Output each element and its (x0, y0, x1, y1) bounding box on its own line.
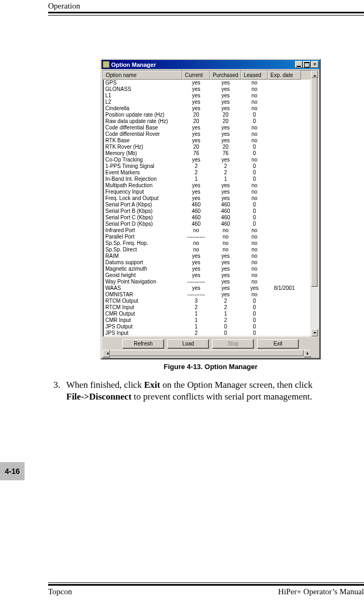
table-row[interactable]: In-Band Int. Rejection110 (103, 176, 311, 182)
figure-caption: Figure 4-13. Option Manager (100, 363, 321, 371)
table-cell: yes (182, 195, 210, 202)
exit-button[interactable]: Exit (257, 339, 299, 349)
vertical-scrollbar[interactable] (311, 71, 318, 336)
load-button[interactable]: Load (167, 339, 209, 349)
table-row[interactable]: Serial Port A (Kbps)4604600 (103, 202, 311, 208)
table-row[interactable]: Serial Port B (Kbps)4604600 (103, 208, 311, 214)
maximize-button[interactable] (303, 61, 311, 68)
table-cell (268, 214, 301, 221)
table-row[interactable]: JPS Input200 (103, 330, 311, 336)
close-button[interactable]: × (311, 61, 319, 68)
table-row[interactable]: L2yesyesno (103, 99, 311, 105)
table-cell (268, 221, 301, 227)
col-exp-date[interactable]: Exp. date (268, 71, 301, 80)
table-row[interactable]: Cinderellayesyesno (103, 105, 311, 112)
table-row[interactable]: Memory (Mb)76760 (103, 150, 311, 157)
listview-header[interactable]: Option name Current Purchased Leased Exp… (103, 71, 311, 80)
table-cell: JPS Output (103, 324, 182, 330)
table-row[interactable]: RTCM Output320 (103, 298, 311, 304)
table-cell: yes (210, 195, 241, 202)
table-row[interactable]: Serial Port C (Kbps)4604600 (103, 214, 311, 221)
hscroll-track[interactable] (110, 350, 304, 357)
table-row[interactable]: Serial Port D (Kbps)4604600 (103, 221, 311, 227)
table-row[interactable]: Freq. Lock and Outputyesyesno (103, 195, 311, 202)
table-cell: yes (210, 131, 241, 137)
table-cell: no (241, 189, 268, 195)
table-row[interactable]: Position update rate (Hz)20200 (103, 112, 311, 118)
col-option-name[interactable]: Option name (103, 71, 182, 80)
table-row[interactable]: RAIMyesyesno (103, 253, 311, 259)
table-cell: yes (182, 105, 210, 112)
titlebar[interactable]: Option Manager × (102, 60, 320, 69)
horizontal-scrollbar[interactable] (103, 350, 311, 357)
refresh-button[interactable]: Refresh (122, 339, 164, 349)
table-row[interactable]: L1yesyesno (103, 93, 311, 99)
table-row[interactable]: Raw data update rate (Hz)20200 (103, 118, 311, 125)
table-row[interactable]: GPSyesyesno (103, 80, 311, 86)
table-row[interactable]: Magnetic azimuthyesyesno (103, 266, 311, 272)
table-cell: RTK Base (103, 137, 182, 144)
table-row[interactable]: RTCM Input220 (103, 304, 311, 311)
table-cell: no (241, 157, 268, 163)
col-purchased[interactable]: Purchased (210, 71, 241, 80)
table-cell: 0 (241, 144, 268, 150)
table-cell (268, 247, 301, 253)
table-row[interactable]: Co-Op Trackingyesyesno (103, 157, 311, 163)
table-row[interactable]: CMR Output110 (103, 311, 311, 317)
table-cell: no (241, 247, 268, 253)
table-cell: no (210, 247, 241, 253)
table-cell (268, 298, 301, 304)
table-row[interactable]: GLONASSyesyesno (103, 86, 311, 93)
col-current[interactable]: Current (182, 71, 210, 80)
scroll-down-button[interactable] (311, 329, 318, 336)
table-row[interactable]: Geoid heightyesyesno (103, 272, 311, 279)
table-cell: yes (182, 259, 210, 266)
table-row[interactable]: 1-PPS Timing Signal220 (103, 163, 311, 170)
table-row[interactable]: Way Point Navigation----------yesno (103, 279, 311, 285)
scroll-track[interactable] (311, 78, 318, 329)
table-row[interactable]: Frequency Inputyesyesno (103, 189, 311, 195)
table-cell: no (241, 131, 268, 137)
option-manager-dialog: Option Manager × Option name Current Pur… (100, 59, 321, 359)
table-cell: no (241, 234, 268, 240)
table-row[interactable]: Sp.Sp. Freq. Hop.nonono (103, 240, 311, 247)
table-cell: yes (210, 285, 241, 292)
table-row[interactable]: JPS Output100 (103, 324, 311, 330)
table-row[interactable]: OMNISTAR----------yesno (103, 292, 311, 298)
table-cell: yes (210, 279, 241, 285)
table-row[interactable]: Event Markers220 (103, 170, 311, 176)
table-cell: 1 (210, 176, 241, 182)
table-row[interactable]: Parallel Port----------nono (103, 234, 311, 240)
stop-button[interactable]: Stop (212, 339, 254, 349)
scroll-up-button[interactable] (311, 71, 318, 78)
table-row[interactable]: RTK Baseyesyesno (103, 137, 311, 144)
hscroll-thumb[interactable] (110, 350, 304, 356)
page-number-tab: 4-16 (0, 462, 25, 480)
table-cell: RTCM Output (103, 298, 182, 304)
scroll-thumb[interactable] (311, 78, 317, 287)
table-row[interactable]: Sp.Sp. Directnonono (103, 247, 311, 253)
options-listview[interactable]: Option name Current Purchased Leased Exp… (103, 70, 319, 337)
table-row[interactable]: WAASyesyesyes8/1/2001 (103, 285, 311, 292)
table-cell: 1 (182, 176, 210, 182)
table-row[interactable]: Datums supportyesyesno (103, 259, 311, 266)
table-row[interactable]: Multipath Reductionyesyesno (103, 182, 311, 189)
table-row[interactable]: Code differential Baseyesyesno (103, 125, 311, 131)
table-row[interactable]: Code differential Roveryesyesno (103, 131, 311, 137)
table-cell: yes (210, 93, 241, 99)
col-leased[interactable]: Leased (241, 71, 268, 80)
scroll-left-button[interactable] (103, 350, 110, 357)
table-cell: Sp.Sp. Direct (103, 247, 182, 253)
table-cell (268, 125, 301, 131)
table-row[interactable]: Infrared Portnonono (103, 227, 311, 234)
table-cell (268, 234, 301, 240)
table-row[interactable]: CMR Input120 (103, 317, 311, 324)
table-cell: 2 (210, 317, 241, 324)
table-cell: 2 (210, 298, 241, 304)
table-cell: Position update rate (Hz) (103, 112, 182, 118)
table-cell: Infrared Port (103, 227, 182, 234)
table-cell: WAAS (103, 285, 182, 292)
table-cell: yes (210, 86, 241, 93)
table-row[interactable]: RTK Rover (Hz)20200 (103, 144, 311, 150)
minimize-button[interactable] (295, 61, 303, 68)
